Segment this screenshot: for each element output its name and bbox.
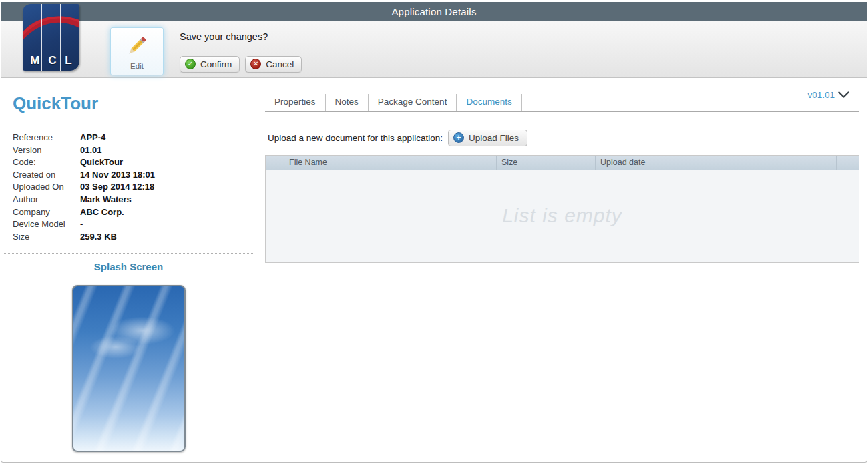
logo-swoosh-icon [23, 12, 79, 43]
property-label: Created on [13, 169, 80, 182]
logo-letter-c: C [48, 54, 56, 67]
save-prompt-area: Save your changes? ✓ Confirm ✕ Cancel [180, 27, 302, 73]
empty-list-message: List is empty [266, 204, 859, 227]
page-title: Application Details [391, 6, 476, 17]
property-row: Created on 14 Nov 2013 18:01 [13, 169, 256, 182]
table-header-size[interactable]: Size [497, 156, 596, 170]
property-label: Size [13, 231, 80, 244]
tab-rule [265, 111, 859, 112]
property-label: Reference [13, 132, 80, 144]
logo-letter-l: L [65, 54, 71, 67]
property-row: Company ABC Corp. [13, 206, 256, 219]
property-row: Device Model - [13, 218, 256, 231]
application-name: QuickTour [13, 93, 256, 114]
upload-prompt: Upload a new document for this applicati… [268, 133, 443, 143]
tab-documents[interactable]: Documents [457, 94, 521, 111]
mcl-logo: M C L [23, 4, 79, 71]
property-label: Company [13, 206, 80, 219]
property-row: Version 01.01 [13, 144, 256, 157]
confirm-button-label: Confirm [200, 59, 232, 69]
logo-letters: M C L [23, 54, 79, 67]
application-summary-panel: QuickTour Reference APP-4 Version 01.01 … [1, 78, 256, 462]
details-panel: v01.01 Properties Notes Package Content … [256, 78, 867, 462]
property-value: APP-4 [80, 132, 105, 144]
table-body: List is empty [266, 170, 859, 262]
pencil-icon [125, 34, 149, 58]
edit-button-label: Edit [130, 62, 144, 70]
property-row: Uploaded On 03 Sep 2014 12:18 [13, 181, 256, 194]
property-label: Code: [13, 156, 80, 169]
property-row: Code: QuickTour [13, 156, 256, 169]
cancel-button-label: Cancel [266, 59, 294, 69]
tab-properties[interactable]: Properties [265, 94, 326, 111]
property-label: Version [13, 144, 80, 157]
cancel-button[interactable]: ✕ Cancel [245, 56, 302, 73]
property-value: 14 Nov 2013 18:01 [80, 169, 155, 182]
property-value: - [80, 218, 83, 231]
save-buttons: ✓ Confirm ✕ Cancel [180, 56, 302, 73]
version-selector[interactable]: v01.01 [807, 90, 849, 100]
property-value: 01.01 [80, 144, 102, 157]
toolbar: M C L Edit Save your changes? [1, 21, 867, 78]
table-header-file-name[interactable]: File Name [284, 156, 497, 170]
property-value: ABC Corp. [80, 206, 124, 219]
table-header-spacer [837, 156, 859, 170]
property-value: QuickTour [80, 156, 123, 169]
confirm-button[interactable]: ✓ Confirm [180, 56, 240, 73]
logo-letter-m: M [30, 54, 39, 67]
application-window: Application Details M C L [1, 0, 867, 463]
save-prompt-text: Save your changes? [180, 31, 302, 42]
property-row: Size 259.3 KB [13, 231, 256, 244]
table-header-select [266, 156, 284, 170]
chevron-down-icon [838, 91, 849, 99]
property-label: Uploaded On [13, 181, 80, 194]
property-label: Author [13, 194, 80, 206]
upload-row: Upload a new document for this applicati… [268, 130, 859, 146]
property-value: 03 Sep 2014 12:18 [80, 181, 154, 194]
tab-package-content[interactable]: Package Content [369, 94, 457, 111]
content-area: QuickTour Reference APP-4 Version 01.01 … [1, 78, 867, 462]
property-row: Reference APP-4 [13, 132, 256, 144]
property-value: 259.3 KB [80, 231, 117, 244]
property-value: Mark Waters [80, 194, 132, 206]
splash-screen-title: Splash Screen [1, 261, 256, 272]
upload-files-button-label: Upload Files [469, 133, 519, 143]
tab-notes[interactable]: Notes [326, 94, 369, 111]
table-header-upload-date[interactable]: Upload date [596, 156, 837, 170]
property-row: Author Mark Waters [13, 194, 256, 206]
titlebar: Application Details [1, 2, 867, 21]
cancel-x-icon: ✕ [250, 59, 261, 69]
confirm-check-icon: ✓ [185, 59, 196, 69]
splash-screen-image [72, 285, 186, 452]
plus-icon: + [453, 132, 464, 143]
edit-button[interactable]: Edit [110, 27, 164, 75]
documents-table: File Name Size Upload date List is empty [265, 155, 859, 263]
table-header: File Name Size Upload date [266, 156, 859, 170]
toolbar-separator [103, 29, 103, 72]
upload-files-button[interactable]: + Upload Files [448, 130, 527, 146]
property-label: Device Model [13, 218, 80, 231]
tab-bar: Properties Notes Package Content Documen… [265, 94, 859, 111]
panel-divider [4, 253, 254, 254]
property-list: Reference APP-4 Version 01.01 Code: Quic… [13, 132, 256, 243]
version-selector-label: v01.01 [807, 90, 835, 100]
